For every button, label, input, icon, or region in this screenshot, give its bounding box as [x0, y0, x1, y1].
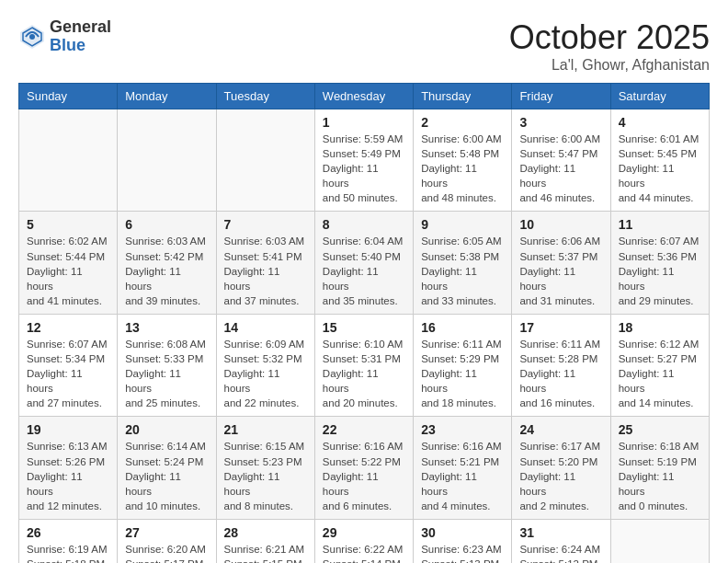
table-row: 5Sunrise: 6:02 AMSunset: 5:44 PMDaylight… — [19, 212, 118, 314]
day-info: Sunrise: 6:19 AMSunset: 5:18 PMDaylight:… — [27, 542, 109, 563]
location: La'l, Ghowr, Afghanistan — [509, 57, 710, 74]
day-info: Sunrise: 6:06 AMSunset: 5:37 PMDaylight:… — [519, 234, 602, 307]
col-saturday: Saturday — [610, 84, 709, 109]
day-number: 11 — [619, 217, 701, 232]
day-number: 8 — [323, 217, 405, 232]
table-row: 20Sunrise: 6:14 AMSunset: 5:24 PMDayligh… — [118, 417, 216, 519]
table-row: 19Sunrise: 6:13 AMSunset: 5:26 PMDayligh… — [19, 417, 118, 519]
day-info: Sunrise: 6:00 AMSunset: 5:47 PMDaylight:… — [519, 132, 602, 205]
table-row: 13Sunrise: 6:08 AMSunset: 5:33 PMDayligh… — [118, 314, 216, 416]
day-info: Sunrise: 6:07 AMSunset: 5:36 PMDaylight:… — [619, 234, 701, 307]
day-number: 22 — [323, 422, 405, 437]
day-number: 26 — [27, 525, 109, 540]
day-info: Sunrise: 6:16 AMSunset: 5:22 PMDaylight:… — [323, 439, 405, 512]
calendar-week-row: 12Sunrise: 6:07 AMSunset: 5:34 PMDayligh… — [19, 314, 710, 416]
day-info: Sunrise: 6:15 AMSunset: 5:23 PMDaylight:… — [224, 439, 307, 512]
col-tuesday: Tuesday — [216, 84, 314, 109]
day-number: 30 — [421, 525, 504, 540]
table-row: 27Sunrise: 6:20 AMSunset: 5:17 PMDayligh… — [118, 519, 216, 563]
day-number: 27 — [125, 525, 208, 540]
table-row: 11Sunrise: 6:07 AMSunset: 5:36 PMDayligh… — [610, 212, 709, 314]
table-row: 25Sunrise: 6:18 AMSunset: 5:19 PMDayligh… — [610, 417, 709, 519]
day-info: Sunrise: 6:18 AMSunset: 5:19 PMDaylight:… — [619, 439, 701, 512]
day-number: 13 — [125, 320, 208, 335]
day-info: Sunrise: 6:14 AMSunset: 5:24 PMDaylight:… — [125, 439, 208, 512]
day-number: 19 — [27, 422, 109, 437]
svg-point-2 — [29, 34, 35, 40]
day-info: Sunrise: 6:23 AMSunset: 5:13 PMDaylight:… — [421, 542, 504, 563]
day-number: 31 — [519, 525, 602, 540]
day-number: 21 — [224, 422, 307, 437]
table-row: 16Sunrise: 6:11 AMSunset: 5:29 PMDayligh… — [414, 314, 512, 416]
day-number: 10 — [519, 217, 602, 232]
day-number: 12 — [27, 320, 109, 335]
day-info: Sunrise: 6:03 AMSunset: 5:42 PMDaylight:… — [125, 234, 208, 307]
table-row — [216, 109, 314, 212]
calendar-week-row: 1Sunrise: 5:59 AMSunset: 5:49 PMDaylight… — [19, 109, 710, 212]
table-row: 28Sunrise: 6:21 AMSunset: 5:15 PMDayligh… — [216, 519, 314, 563]
day-number: 7 — [224, 217, 307, 232]
logo-blue-text: Blue — [50, 37, 111, 55]
day-info: Sunrise: 6:13 AMSunset: 5:26 PMDaylight:… — [27, 439, 109, 512]
day-info: Sunrise: 5:59 AMSunset: 5:49 PMDaylight:… — [323, 132, 405, 205]
day-info: Sunrise: 6:10 AMSunset: 5:31 PMDaylight:… — [323, 337, 405, 410]
table-row: 12Sunrise: 6:07 AMSunset: 5:34 PMDayligh… — [19, 314, 118, 416]
logo-text: General Blue — [50, 18, 111, 55]
day-info: Sunrise: 6:08 AMSunset: 5:33 PMDaylight:… — [125, 337, 208, 410]
col-wednesday: Wednesday — [314, 84, 413, 109]
day-info: Sunrise: 6:02 AMSunset: 5:44 PMDaylight:… — [27, 234, 109, 307]
col-sunday: Sunday — [19, 84, 118, 109]
day-info: Sunrise: 6:22 AMSunset: 5:14 PMDaylight:… — [323, 542, 405, 563]
day-number: 28 — [224, 525, 307, 540]
calendar-week-row: 19Sunrise: 6:13 AMSunset: 5:26 PMDayligh… — [19, 417, 710, 519]
table-row: 9Sunrise: 6:05 AMSunset: 5:38 PMDaylight… — [414, 212, 512, 314]
weekday-header-row: Sunday Monday Tuesday Wednesday Thursday… — [19, 84, 710, 109]
table-row: 29Sunrise: 6:22 AMSunset: 5:14 PMDayligh… — [314, 519, 413, 563]
table-row — [19, 109, 118, 212]
day-info: Sunrise: 6:24 AMSunset: 5:12 PMDaylight:… — [519, 542, 602, 563]
day-number: 25 — [619, 422, 701, 437]
table-row: 15Sunrise: 6:10 AMSunset: 5:31 PMDayligh… — [314, 314, 413, 416]
day-info: Sunrise: 6:09 AMSunset: 5:32 PMDaylight:… — [224, 337, 307, 410]
day-info: Sunrise: 6:20 AMSunset: 5:17 PMDaylight:… — [125, 542, 208, 563]
day-info: Sunrise: 6:21 AMSunset: 5:15 PMDaylight:… — [224, 542, 307, 563]
table-row: 2Sunrise: 6:00 AMSunset: 5:48 PMDaylight… — [414, 109, 512, 212]
day-number: 15 — [323, 320, 405, 335]
day-number: 29 — [323, 525, 405, 540]
col-friday: Friday — [512, 84, 610, 109]
table-row: 31Sunrise: 6:24 AMSunset: 5:12 PMDayligh… — [512, 519, 610, 563]
day-number: 3 — [519, 115, 602, 130]
table-row: 7Sunrise: 6:03 AMSunset: 5:41 PMDaylight… — [216, 212, 314, 314]
calendar-week-row: 5Sunrise: 6:02 AMSunset: 5:44 PMDaylight… — [19, 212, 710, 314]
logo-general-text: General — [50, 18, 111, 37]
day-number: 23 — [421, 422, 504, 437]
table-row: 4Sunrise: 6:01 AMSunset: 5:45 PMDaylight… — [610, 109, 709, 212]
day-info: Sunrise: 6:16 AMSunset: 5:21 PMDaylight:… — [421, 439, 504, 512]
table-row: 1Sunrise: 5:59 AMSunset: 5:49 PMDaylight… — [314, 109, 413, 212]
day-number: 5 — [27, 217, 109, 232]
day-number: 18 — [619, 320, 701, 335]
day-info: Sunrise: 6:11 AMSunset: 5:28 PMDaylight:… — [519, 337, 602, 410]
table-row — [118, 109, 216, 212]
day-number: 24 — [519, 422, 602, 437]
day-info: Sunrise: 6:03 AMSunset: 5:41 PMDaylight:… — [224, 234, 307, 307]
day-info: Sunrise: 6:00 AMSunset: 5:48 PMDaylight:… — [421, 132, 504, 205]
day-info: Sunrise: 6:17 AMSunset: 5:20 PMDaylight:… — [519, 439, 602, 512]
col-thursday: Thursday — [414, 84, 512, 109]
header: General Blue October 2025 La'l, Ghowr, A… — [18, 18, 710, 74]
logo-icon — [18, 23, 46, 51]
day-number: 20 — [125, 422, 208, 437]
day-info: Sunrise: 6:04 AMSunset: 5:40 PMDaylight:… — [323, 234, 405, 307]
table-row: 17Sunrise: 6:11 AMSunset: 5:28 PMDayligh… — [512, 314, 610, 416]
table-row: 3Sunrise: 6:00 AMSunset: 5:47 PMDaylight… — [512, 109, 610, 212]
table-row — [610, 519, 709, 563]
table-row: 30Sunrise: 6:23 AMSunset: 5:13 PMDayligh… — [414, 519, 512, 563]
table-row: 23Sunrise: 6:16 AMSunset: 5:21 PMDayligh… — [414, 417, 512, 519]
table-row: 6Sunrise: 6:03 AMSunset: 5:42 PMDaylight… — [118, 212, 216, 314]
table-row: 8Sunrise: 6:04 AMSunset: 5:40 PMDaylight… — [314, 212, 413, 314]
day-info: Sunrise: 6:12 AMSunset: 5:27 PMDaylight:… — [619, 337, 701, 410]
table-row: 24Sunrise: 6:17 AMSunset: 5:20 PMDayligh… — [512, 417, 610, 519]
day-info: Sunrise: 6:05 AMSunset: 5:38 PMDaylight:… — [421, 234, 504, 307]
day-number: 4 — [619, 115, 701, 130]
day-number: 2 — [421, 115, 504, 130]
